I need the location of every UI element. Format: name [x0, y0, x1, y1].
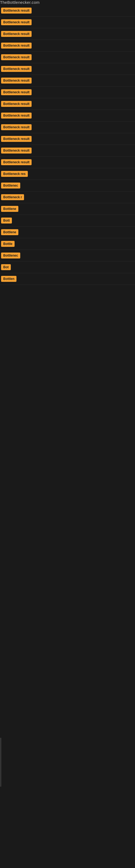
bottleneck-result-badge[interactable]: Bottleneck result — [1, 78, 32, 84]
list-item: Bottleneck result — [0, 75, 135, 87]
bottleneck-result-badge[interactable]: Bottleneck result — [1, 19, 32, 25]
list-item: Bottleneck result — [0, 87, 135, 98]
bottleneck-result-badge[interactable]: Bottleneck result — [1, 159, 32, 165]
list-item: Bottleneck result — [0, 156, 135, 168]
bottleneck-result-badge[interactable]: Bott — [1, 218, 12, 223]
items-list: Bottleneck resultBottleneck resultBottle… — [0, 5, 135, 285]
list-item: Bottlenec — [0, 250, 135, 261]
site-title: TheBottlenecker.com — [0, 0, 40, 8]
chart-axis-line — [1, 738, 1, 786]
list-item: Bottlen — [0, 273, 135, 285]
bottleneck-result-badge[interactable]: Bottleneck result — [1, 89, 32, 95]
bottleneck-result-badge[interactable]: Bottlenec — [1, 183, 20, 188]
site-header: TheBottlenecker.com — [0, 0, 135, 5]
list-item: Bottleneck res — [0, 168, 135, 180]
list-item: Bottleneck result — [0, 63, 135, 75]
list-item: Bottleneck result — [0, 28, 135, 40]
list-item: Bottleneck result — [0, 133, 135, 145]
bottleneck-result-badge[interactable]: Bottleneck result — [1, 124, 32, 130]
bottleneck-result-badge[interactable]: Bottlene — [1, 229, 18, 235]
bottleneck-result-badge[interactable]: Bot — [1, 264, 11, 270]
bottleneck-result-badge[interactable]: Bottleneck result — [1, 42, 32, 49]
bottleneck-result-badge[interactable]: Bottleneck result — [1, 113, 32, 119]
list-item: Bottleneck result — [0, 98, 135, 110]
bottleneck-result-badge[interactable]: Bottleneck result — [1, 148, 32, 154]
list-item: Bottle — [0, 238, 135, 250]
bottleneck-result-badge[interactable]: Bottle — [1, 241, 14, 247]
bottleneck-result-badge[interactable]: Bottleneck result — [1, 66, 32, 72]
list-item: Bottleneck result — [0, 110, 135, 122]
bottleneck-result-badge[interactable]: Bottleneck result — [1, 54, 32, 60]
list-item: Bottleneck result — [0, 145, 135, 156]
list-item: Bottleneck r — [0, 191, 135, 203]
bottleneck-result-badge[interactable]: Bottlene — [1, 206, 18, 212]
bottleneck-result-badge[interactable]: Bottleneck result — [1, 101, 32, 107]
list-item: Bottleneck result — [0, 52, 135, 63]
list-item: Bottleneck result — [0, 17, 135, 28]
bottleneck-result-badge[interactable]: Bottlenec — [1, 252, 20, 258]
bottleneck-result-badge[interactable]: Bottleneck result — [1, 8, 32, 13]
bottleneck-result-badge[interactable]: Bottleneck result — [1, 136, 32, 142]
list-item: Bottlenec — [0, 180, 135, 191]
bottleneck-result-badge[interactable]: Bottlen — [1, 276, 16, 282]
bottleneck-result-badge[interactable]: Bottleneck r — [1, 194, 24, 200]
bottleneck-result-badge[interactable]: Bottleneck res — [1, 171, 28, 177]
bottleneck-result-badge[interactable]: Bottleneck result — [1, 31, 32, 37]
list-item: Bot — [0, 261, 135, 273]
list-item: Bottleneck result — [0, 40, 135, 52]
list-item: Bottlene — [0, 203, 135, 215]
list-item: Bottleneck result — [0, 122, 135, 133]
list-item: Bottlene — [0, 226, 135, 238]
list-item: Bott — [0, 215, 135, 226]
